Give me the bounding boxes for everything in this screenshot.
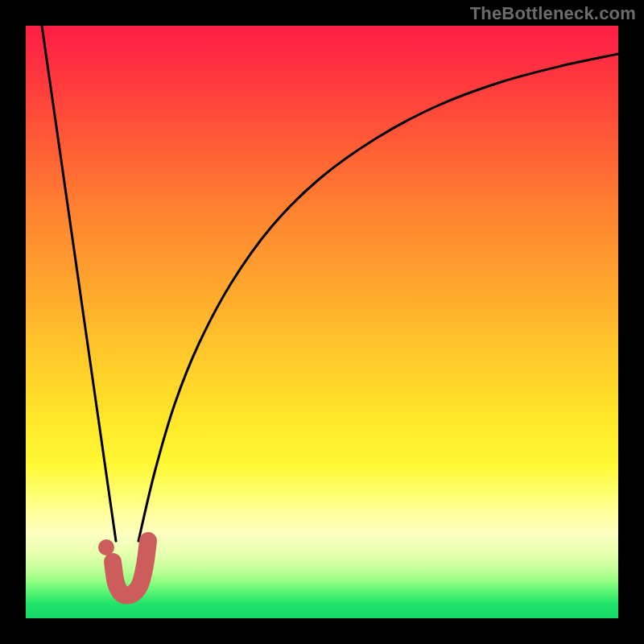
watermark-text: TheBottleneck.com (470, 3, 636, 24)
series-j-dot (98, 539, 114, 555)
series-left-descent (42, 26, 116, 541)
curve-layer (26, 26, 618, 618)
series-j-hook (113, 541, 148, 596)
chart-frame: TheBottleneck.com (0, 0, 644, 644)
series-right-sweep (138, 54, 618, 541)
plot-area (26, 26, 618, 618)
